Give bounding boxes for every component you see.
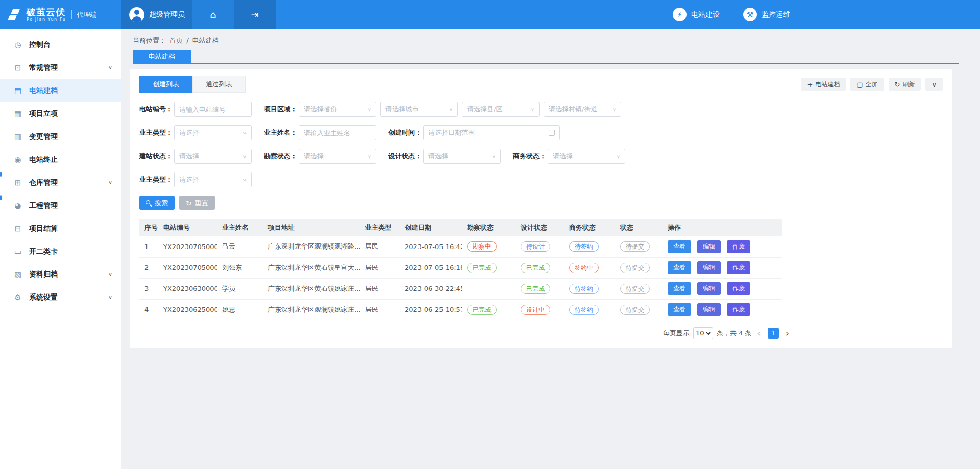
collapse-button[interactable]: ∨ <box>925 78 943 91</box>
sidebar-item-data-archive[interactable]: ▧ 资料归档 ∨ <box>0 263 121 286</box>
tab-create-list[interactable]: 创建列表 <box>139 76 192 93</box>
logout-button[interactable]: ⇥ <box>234 0 276 29</box>
cell-business-status: 待签约 <box>564 299 615 320</box>
reset-button[interactable]: ↻ 重置 <box>179 196 215 210</box>
cell-status: 待提交 <box>615 299 663 320</box>
table-row: 4 YX2023062500004 姚思 广东深圳龙华区观澜镇姚家庄... 居民… <box>139 299 782 320</box>
edit-button[interactable]: 编辑 <box>697 303 721 316</box>
chevron-down-icon: ∨ <box>531 107 534 112</box>
edit-button[interactable]: 编辑 <box>697 240 721 253</box>
home-icon: ⌂ <box>210 9 216 21</box>
status-badge: 待签约 <box>569 241 599 252</box>
status-badge: 待签约 <box>569 284 599 294</box>
sidebar-item-label: 工程管理 <box>29 201 58 210</box>
survey-status-select[interactable]: 请选择 ∨ <box>299 149 376 164</box>
filter-label: 创建时间： <box>388 128 423 137</box>
edit-button[interactable]: 编辑 <box>697 261 721 274</box>
select-placeholder: 请选择 <box>428 152 448 161</box>
wrench-icon: ⚒ <box>743 8 757 21</box>
nav-station-build[interactable]: ⚡ 电站建设 <box>673 8 720 21</box>
chevron-down-icon: ∨ <box>492 154 496 159</box>
filter-label: 设计状态： <box>388 152 423 161</box>
cell-owner-name: 姚思 <box>217 299 263 320</box>
station-no-input[interactable] <box>174 102 252 117</box>
owner-type2-select[interactable]: 请选择 ∨ <box>174 172 252 187</box>
sidebar-item-project-initiation[interactable]: ▦ 项目立项 <box>0 102 121 125</box>
nav-monitor-ops[interactable]: ⚒ 监控运维 <box>743 8 790 21</box>
sidebar-item-label: 项目结算 <box>29 224 58 233</box>
cell-address: 广东深圳龙华区黄石镇星官大... <box>263 257 360 278</box>
sidebar-item-label: 常规管理 <box>29 63 58 72</box>
design-status-select[interactable]: 请选择 ∨ <box>423 149 501 164</box>
date-range-input[interactable]: 请选择日期范围 <box>423 125 560 140</box>
header-spacer <box>276 0 673 29</box>
province-select[interactable]: 请选择省份 ∨ <box>299 102 376 117</box>
cell-survey-status: 勘察中 <box>462 236 516 257</box>
project-icon: ▦ <box>13 109 22 118</box>
logo-icon <box>7 8 22 21</box>
business-status-select[interactable]: 请选择 ∨ <box>548 149 625 164</box>
page-size-select[interactable]: 10 <box>693 327 713 339</box>
station-table: 序号 电站编号 业主姓名 项目地址 业主类型 创建日期 勘察状态 设计状态 商务… <box>139 219 782 320</box>
sidebar-item-system-settings[interactable]: ⚙ 系统设置 ∨ <box>0 286 121 309</box>
void-button[interactable]: 作废 <box>727 282 750 295</box>
next-page-button[interactable]: › <box>783 329 791 338</box>
owner-name-input[interactable] <box>299 125 376 140</box>
filter-label: 业主类型： <box>139 175 174 184</box>
sidebar-item-console[interactable]: ◷ 控制台 <box>0 33 121 56</box>
search-button[interactable]: 搜索 <box>139 196 175 210</box>
county-select[interactable]: 请选择县/区 ∨ <box>462 102 540 117</box>
cell-design-status: 设计中 <box>516 299 564 320</box>
build-status-select[interactable]: 请选择 ∨ <box>174 149 252 164</box>
cell-survey-status <box>462 278 516 299</box>
sidebar-item-engineering-mgmt[interactable]: ◕ 工程管理 <box>0 194 121 217</box>
breadcrumb-home[interactable]: 首页 <box>169 37 183 44</box>
sidebar-item-project-settlement[interactable]: ⊟ 项目结算 <box>0 217 121 240</box>
filter-label: 业主姓名： <box>264 128 299 137</box>
logo-text: 破茧云伏 Po Jian Yun Fu <box>27 7 66 22</box>
sidebar-item-station-filing[interactable]: ▤ 电站建档 <box>0 79 121 102</box>
cell-address: 广东深圳龙华区黄石镇姚家庄... <box>263 278 360 299</box>
user-menu[interactable]: 超级管理员 <box>121 0 192 29</box>
cell-owner-type: 居民 <box>360 257 400 278</box>
void-button[interactable]: 作废 <box>727 261 750 274</box>
refresh-button[interactable]: ↻ 刷新 <box>889 78 921 91</box>
prev-page-button[interactable]: ‹ <box>755 329 763 338</box>
cell-owner-type: 居民 <box>360 278 400 299</box>
cell-owner-type: 居民 <box>360 299 400 320</box>
home-button[interactable]: ⌂ <box>192 0 234 29</box>
status-badge: 勘察中 <box>467 241 497 252</box>
top-header: 破茧云伏 Po Jian Yun Fu 代理端 超级管理员 ⌂ ⇥ ⚡ 电站建设… <box>0 0 980 29</box>
page-number-1[interactable]: 1 <box>768 328 779 339</box>
void-button[interactable]: 作废 <box>727 303 750 316</box>
tab-station-filing[interactable]: 电站建档 <box>133 50 191 63</box>
view-button[interactable]: 查看 <box>668 261 691 274</box>
chevron-down-icon: ∨ <box>108 295 112 300</box>
town-select[interactable]: 请选择村镇/街道 ∨ <box>544 102 621 117</box>
magnifier-icon <box>146 200 152 206</box>
owner-type-select[interactable]: 请选择 ∨ <box>174 125 252 140</box>
card-icon: ▭ <box>13 247 22 256</box>
filter-create-time: 创建时间： 请选择日期范围 <box>388 125 560 140</box>
filter-label: 建站状态： <box>139 152 174 161</box>
sidebar-item-general-mgmt[interactable]: ⊡ 常规管理 ∨ <box>0 56 121 79</box>
main-content: 当前位置： 首页 / 电站建档 电站建档 创建列表 通过列表 + 电站建档 ▢ … <box>121 29 980 469</box>
fullscreen-button[interactable]: ▢ 全屏 <box>850 78 884 91</box>
toolbar: + 电站建档 ▢ 全屏 ↻ 刷新 ∨ <box>796 78 943 91</box>
tab-passed-list[interactable]: 通过列表 <box>192 76 246 93</box>
sidebar-item-station-termination[interactable]: ◉ 电站终止 <box>0 148 121 171</box>
sidebar-item-label: 电站建档 <box>29 86 58 95</box>
sidebar-item-change-mgmt[interactable]: ▥ 变更管理 <box>0 125 121 148</box>
reset-label: 重置 <box>195 199 208 208</box>
view-button[interactable]: 查看 <box>668 303 691 316</box>
sidebar-item-class2-card[interactable]: ▭ 开二类卡 <box>0 240 121 263</box>
status-badge: 已完成 <box>521 263 550 273</box>
city-select[interactable]: 请选择城市 ∨ <box>380 102 458 117</box>
sidebar-item-warehouse-mgmt[interactable]: ⊞ 仓库管理 ∨ <box>0 171 121 194</box>
create-station-button[interactable]: + 电站建档 <box>801 78 846 91</box>
status-badge: 待签约 <box>569 305 599 315</box>
view-button[interactable]: 查看 <box>668 240 691 253</box>
edit-button[interactable]: 编辑 <box>697 282 721 295</box>
void-button[interactable]: 作废 <box>727 240 750 253</box>
view-button[interactable]: 查看 <box>668 282 691 295</box>
